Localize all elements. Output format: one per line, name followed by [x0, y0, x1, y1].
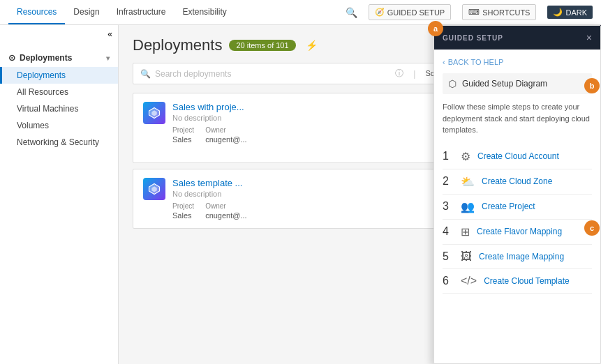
info-icon: ⓘ [395, 68, 403, 79]
nav-right: 🔍 🧭 GUIDED SETUP ⌨ SHORTCUTS 🌙 DARK [346, 4, 593, 20]
cloud-account-icon: ⚙ [461, 150, 470, 163]
step-label-5: Create Image Mapping [479, 252, 564, 261]
back-to-help-front[interactable]: ‹ BACK TO HELP [443, 58, 592, 66]
guided-description: Follow these simple steps to create your… [443, 101, 592, 136]
card-meta-owner-2: Owner cnugent@... [205, 202, 246, 220]
chevron-left-icon-front: ‹ [443, 58, 445, 66]
image-icon: 🖼 [461, 250, 472, 263]
filter-icon[interactable]: ⚡ [306, 40, 318, 51]
search-placeholder: Search deployments [155, 69, 231, 79]
dark-mode-button[interactable]: 🌙 DARK [547, 6, 593, 19]
deployments-icon: ⊙ [8, 53, 15, 63]
deployment-icon-2 [148, 183, 161, 195]
step-number-5: 5 [443, 250, 454, 263]
guided-setup-front-panel: GUIDED SETUP × ‹ BACK TO HELP ⬡ Guided S… [433, 25, 601, 364]
shortcuts-button[interactable]: ⌨ SHORTCUTS [462, 4, 536, 20]
card-meta-owner: Owner cnugent@... [205, 126, 246, 144]
guided-step-5[interactable]: 5 🖼 Create Image Mapping [443, 245, 592, 269]
moon-icon: 🌙 [553, 8, 563, 17]
guided-panel-header: GUIDED SETUP × [434, 26, 600, 50]
template-icon: </> [461, 275, 477, 287]
chevron-down-icon: ▾ [106, 54, 110, 62]
step-label-1: Create Cloud Account [477, 151, 559, 161]
sidebar-item-networking[interactable]: Networking & Security [0, 134, 118, 151]
keyboard-icon: ⌨ [468, 8, 480, 17]
step-number-1: 1 [443, 150, 454, 162]
step-label-4: Create Flavor Mapping [477, 227, 562, 236]
flavor-icon: ⊞ [461, 225, 470, 238]
guided-diagram-item[interactable]: ⬡ Guided Setup Diagram [443, 73, 592, 94]
card-icon-2 [143, 178, 165, 200]
label-b: b [584, 78, 600, 93]
search-box: 🔍 Search deployments ⓘ [140, 68, 403, 79]
card-meta-project-2: Project Sales [172, 202, 194, 220]
guided-step-6[interactable]: 6 </> Create Cloud Template [443, 269, 592, 294]
diagram-icon: ⬡ [448, 78, 457, 89]
guided-panel-body: ‹ BACK TO HELP ⬡ Guided Setup Diagram Fo… [434, 50, 600, 302]
guided-step-1[interactable]: 1 ⚙ Create Cloud Account [443, 144, 592, 169]
step-number-2: 2 [443, 175, 454, 188]
sidebar-item-all-resources[interactable]: All Resources [0, 84, 118, 100]
step-label-2: Create Cloud Zone [482, 176, 552, 186]
sidebar-section-deployments: ⊙ Deployments ▾ Deployments All Resource… [0, 43, 118, 156]
guided-step-4[interactable]: 4 ⊞ Create Flavor Mapping [443, 220, 592, 245]
label-a: a [428, 21, 443, 36]
guided-step-2[interactable]: 2 ⛅ Create Cloud Zone [443, 169, 592, 195]
sidebar-item-deployments[interactable]: Deployments [0, 67, 118, 84]
guided-setup-button[interactable]: 🧭 GUIDED SETUP [369, 4, 452, 20]
search-icon[interactable]: 🔍 [346, 7, 357, 18]
sidebar-section-header[interactable]: ⊙ Deployments ▾ [0, 49, 118, 67]
project-icon: 👥 [461, 200, 475, 213]
nav-tabs: Resources Design Infrastructure Extensib… [8, 0, 235, 24]
step-label-3: Create Project [482, 202, 535, 211]
sidebar: « ⊙ Deployments ▾ Deployments All Resour… [0, 25, 119, 364]
card-meta-project: Project Sales [172, 126, 194, 144]
card-icon-1 [143, 102, 165, 124]
search-icon: 🔍 [140, 69, 151, 79]
deployment-icon [148, 107, 161, 119]
step-number-6: 6 [443, 275, 454, 287]
nav-tab-extensibility[interactable]: Extensibility [174, 0, 235, 24]
label-c: c [584, 220, 600, 236]
guided-step-3[interactable]: 3 👥 Create Project [443, 195, 592, 220]
count-badge: 20 items of 101 [229, 40, 295, 51]
nav-tab-infrastructure[interactable]: Infrastructure [108, 0, 175, 24]
compass-icon: 🧭 [375, 8, 385, 17]
sidebar-collapse[interactable]: « [0, 25, 118, 43]
step-number-4: 4 [443, 225, 454, 238]
nav-tab-resources[interactable]: Resources [8, 0, 65, 24]
collapse-icon: « [107, 29, 112, 39]
close-button[interactable]: × [586, 33, 592, 43]
page-title: Deployments [133, 36, 222, 54]
sidebar-item-volumes[interactable]: Volumes [0, 117, 118, 134]
top-nav: Resources Design Infrastructure Extensib… [0, 0, 601, 25]
step-label-6: Create Cloud Template [484, 276, 570, 286]
cloud-zone-icon: ⛅ [461, 175, 475, 188]
step-number-3: 3 [443, 200, 454, 213]
nav-tab-design[interactable]: Design [65, 0, 107, 24]
sidebar-item-virtual-machines[interactable]: Virtual Machines [0, 100, 118, 117]
guided-panel-front-title: GUIDED SETUP [443, 34, 503, 42]
